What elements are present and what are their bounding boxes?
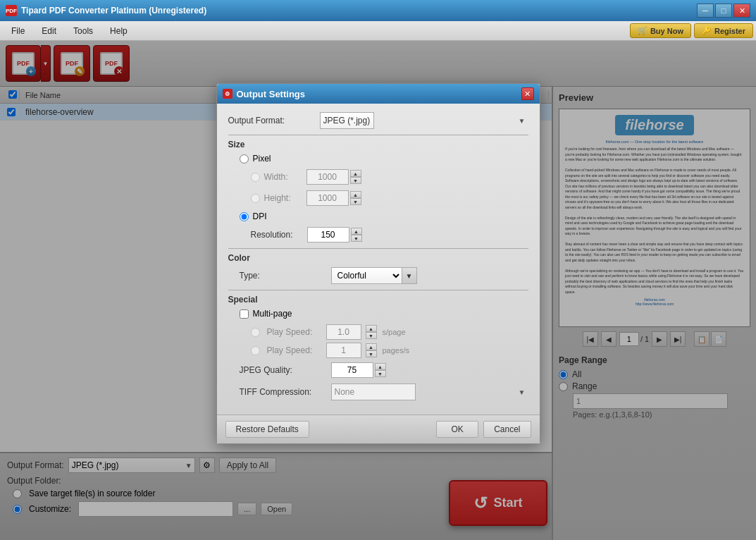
resolution-down[interactable]: ▼ [351, 235, 362, 242]
pixel-label: Pixel [253, 154, 271, 164]
dialog-footer: Restore Defaults OK Cancel [217, 415, 540, 443]
color-type-select[interactable]: Colorful [331, 267, 402, 284]
dialog-title-icon: ⚙ [223, 89, 233, 99]
play-speed-2-down[interactable]: ▼ [366, 350, 377, 357]
title-bar: PDF Tipard PDF Converter Platinum (Unreg… [0, 0, 756, 21]
width-radio[interactable] [251, 173, 260, 182]
buy-icon: 🛒 [638, 26, 647, 35]
cancel-button[interactable]: Cancel [483, 421, 531, 438]
buy-now-button[interactable]: 🛒 Buy Now [630, 23, 691, 38]
width-down[interactable]: ▼ [350, 177, 361, 184]
restore-defaults-button[interactable]: Restore Defaults [225, 421, 309, 438]
width-label: Width: [264, 172, 306, 182]
play-speed-2-unit: pages/s [383, 346, 410, 355]
separator-2 [228, 248, 528, 249]
play-speed-2-input[interactable] [326, 343, 361, 358]
menu-file[interactable]: File [3, 23, 33, 39]
menu-edit[interactable]: Edit [33, 23, 65, 39]
format-row: Output Format: JPEG (*.jpg) ▼ [228, 112, 528, 129]
special-section-label: Special [228, 295, 528, 305]
play-speed-2-label: Play Speed: [267, 345, 323, 355]
play-speed-1-label: Play Speed: [267, 327, 323, 337]
menu-tools[interactable]: Tools [65, 23, 101, 39]
app-title: Tipard PDF Converter Platinum (Unregiste… [21, 6, 206, 16]
dpi-radio[interactable] [240, 212, 249, 221]
width-input[interactable] [306, 169, 349, 185]
jpeg-quality-spinner: ▲ ▼ [375, 363, 386, 377]
dpi-row: DPI [240, 211, 528, 221]
color-type-label: Type: [240, 271, 331, 281]
play-speed-2-up[interactable]: ▲ [366, 343, 377, 350]
separator-1 [228, 135, 528, 135]
height-label: Height: [264, 193, 306, 203]
tiff-compression-label: TIFF Compression: [240, 387, 331, 397]
multipage-row: Multi-page [240, 309, 528, 319]
play-speed-1-down[interactable]: ▼ [366, 332, 377, 339]
dpi-options: Resolution: ▲ ▼ [240, 227, 528, 243]
tiff-compression-wrapper: None ▼ [331, 383, 528, 400]
dialog-title: Output Settings [237, 89, 306, 99]
resolution-input[interactable] [307, 227, 349, 243]
color-section-label: Color [228, 253, 528, 263]
width-up[interactable]: ▲ [350, 170, 361, 177]
format-select-wrapper: JPEG (*.jpg) ▼ [320, 112, 528, 129]
dialog-action-buttons: OK Cancel [436, 421, 531, 438]
maximize-button[interactable]: □ [715, 4, 732, 18]
color-dropdown-button[interactable]: ▼ [402, 267, 417, 284]
height-up[interactable]: ▲ [350, 191, 361, 198]
format-select[interactable]: JPEG (*.jpg) [320, 112, 374, 129]
play-speed-2-row: Play Speed: ▲ ▼ pages/s [240, 343, 528, 358]
size-options: Pixel Width: ▲ ▼ [228, 154, 528, 243]
register-button[interactable]: 🔑 Register [694, 23, 753, 38]
pixel-row: Pixel [240, 154, 528, 164]
height-radio[interactable] [251, 194, 260, 203]
multipage-label: Multi-page [253, 309, 292, 319]
play-speed-1-radio[interactable] [251, 328, 260, 337]
jpeg-quality-input[interactable] [331, 362, 373, 378]
minimize-button[interactable]: ─ [697, 4, 714, 18]
resolution-spinner: ▲ ▼ [351, 228, 362, 242]
dialog-overlay: ⚙ Output Settings ✕ Output Format: JPEG … [0, 41, 756, 540]
close-button[interactable]: ✕ [733, 4, 750, 18]
color-type-row: Type: Colorful ▼ [240, 267, 528, 284]
tiff-compression-select[interactable]: None [331, 383, 416, 400]
play-speed-2-radio[interactable] [251, 346, 260, 355]
width-spinner: ▲ ▼ [350, 170, 361, 184]
dialog-close-button[interactable]: ✕ [521, 87, 534, 100]
app-icon: PDF [6, 5, 17, 16]
pixel-radio[interactable] [240, 154, 249, 164]
output-settings-dialog: ⚙ Output Settings ✕ Output Format: JPEG … [216, 83, 540, 444]
ok-button[interactable]: OK [436, 421, 478, 438]
color-options: Type: Colorful ▼ [228, 267, 528, 284]
tiff-compression-arrow: ▼ [519, 388, 526, 396]
height-input[interactable] [306, 190, 349, 206]
height-spinner: ▲ ▼ [350, 191, 361, 205]
height-row: Height: ▲ ▼ [251, 190, 528, 206]
jpeg-quality-label: JPEG Quality: [240, 365, 331, 375]
play-speed-1-row: Play Speed: ▲ ▼ s/page [240, 324, 528, 340]
special-options: Multi-page Play Speed: ▲ ▼ s/page [228, 309, 528, 400]
resolution-label: Resolution: [251, 230, 307, 240]
main-area: PDF + ▼ PDF ✎ PDF ✕ [0, 41, 756, 540]
separator-3 [228, 290, 528, 290]
multipage-checkbox[interactable] [240, 309, 249, 319]
format-dropdown-arrow: ▼ [519, 117, 526, 125]
dialog-body: Output Format: JPEG (*.jpg) ▼ Size [217, 104, 540, 415]
resolution-up[interactable]: ▲ [351, 228, 362, 235]
play-speed-1-input[interactable] [326, 324, 361, 340]
jpeg-quality-row: JPEG Quality: ▲ ▼ [240, 362, 528, 378]
jpeg-quality-down[interactable]: ▼ [375, 370, 386, 377]
height-down[interactable]: ▼ [350, 198, 361, 205]
play-speed-2-spinner: ▲ ▼ [366, 343, 377, 357]
menu-help[interactable]: Help [101, 23, 136, 39]
register-icon: 🔑 [702, 26, 712, 35]
play-speed-1-unit: s/page [383, 328, 406, 336]
width-row: Width: ▲ ▼ [251, 169, 528, 185]
format-label: Output Format: [228, 116, 320, 125]
pixel-options: Width: ▲ ▼ Height: [240, 169, 528, 206]
color-type-select-wrap: Colorful ▼ [331, 267, 417, 284]
title-bar-controls: ─ □ ✕ [697, 4, 750, 18]
tiff-compression-row: TIFF Compression: None ▼ [240, 383, 528, 400]
play-speed-1-up[interactable]: ▲ [366, 325, 377, 332]
jpeg-quality-up[interactable]: ▲ [375, 363, 386, 370]
